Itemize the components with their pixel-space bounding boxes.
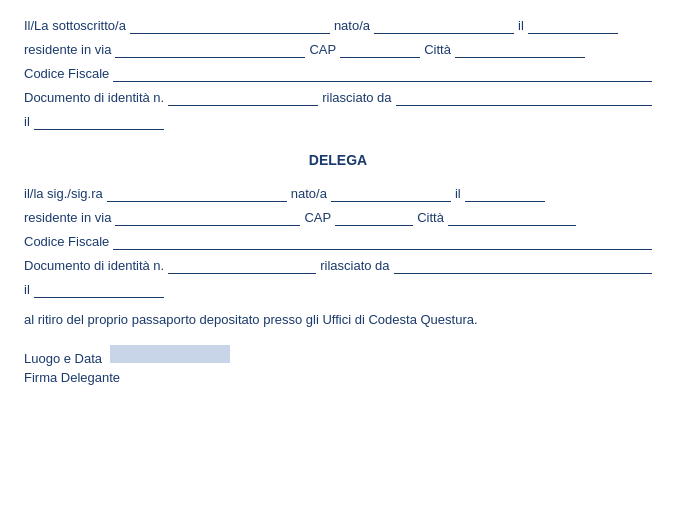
label-sottoscritto: Il/La sottoscritto/a xyxy=(24,18,126,33)
field-delegato-name[interactable] xyxy=(107,186,287,202)
label-citta-1: Città xyxy=(424,42,451,57)
label-rilasciato-2: rilasciato da xyxy=(320,258,389,273)
line-residente-1: residente in via CAP Città xyxy=(24,42,652,58)
field-sottoscritto-il[interactable] xyxy=(528,18,618,34)
field-il-doc-1[interactable] xyxy=(34,114,164,130)
label-citta-2: Città xyxy=(417,210,444,225)
field-via-2[interactable] xyxy=(115,210,300,226)
line-delegato: il/la sig./sig.ra nato/a il xyxy=(24,186,652,202)
line-cf-1: Codice Fiscale xyxy=(24,66,652,82)
line-il-doc-2: il xyxy=(24,282,652,298)
field-il-doc-2[interactable] xyxy=(34,282,164,298)
label-natoa-1: nato/a xyxy=(334,18,370,33)
line-doc-2: Documento di identità n. rilasciato da xyxy=(24,258,652,274)
line-doc-1: Documento di identità n. rilasciato da xyxy=(24,90,652,106)
label-il-2: il xyxy=(455,186,461,201)
label-doc-2: Documento di identità n. xyxy=(24,258,164,273)
label-cap-2: CAP xyxy=(304,210,331,225)
line-residente-2: residente in via CAP Città xyxy=(24,210,652,226)
footer-row-data: Luogo e Data xyxy=(24,345,652,366)
field-cf-2[interactable] xyxy=(113,234,652,250)
field-sottoscritto-name[interactable] xyxy=(130,18,330,34)
line-il-doc-1: il xyxy=(24,114,652,130)
label-residente-2: residente in via xyxy=(24,210,111,225)
label-luogo-data: Luogo e Data xyxy=(24,351,102,366)
field-citta-1[interactable] xyxy=(455,42,585,58)
label-il-1: il xyxy=(518,18,524,33)
line-cf-2: Codice Fiscale xyxy=(24,234,652,250)
field-doc-num-1[interactable] xyxy=(168,90,318,106)
label-il-doc-1: il xyxy=(24,114,30,129)
label-il-doc-2: il xyxy=(24,282,30,297)
label-cap-1: CAP xyxy=(309,42,336,57)
label-cf-2: Codice Fiscale xyxy=(24,234,109,249)
label-firma-delegante: Firma Delegante xyxy=(24,370,120,385)
label-doc-1: Documento di identità n. xyxy=(24,90,164,105)
field-sottoscritto-nato[interactable] xyxy=(374,18,514,34)
label-rilasciato-1: rilasciato da xyxy=(322,90,391,105)
label-sigra: il/la sig./sig.ra xyxy=(24,186,103,201)
field-cf-1[interactable] xyxy=(113,66,652,82)
section-sottoscritto: Il/La sottoscritto/a nato/a il residente… xyxy=(24,18,652,130)
field-via-1[interactable] xyxy=(115,42,305,58)
field-delegato-nato[interactable] xyxy=(331,186,451,202)
footer-section: Luogo e Data Firma Delegante xyxy=(24,345,652,385)
field-rilasciato-1[interactable] xyxy=(396,90,652,106)
field-cap-2[interactable] xyxy=(335,210,413,226)
field-doc-num-2[interactable] xyxy=(168,258,316,274)
signature-date-box xyxy=(110,345,230,363)
field-delegato-il[interactable] xyxy=(465,186,545,202)
delega-title: DELEGA xyxy=(24,152,652,168)
field-cap-1[interactable] xyxy=(340,42,420,58)
field-citta-2[interactable] xyxy=(448,210,576,226)
footer-row-firma: Firma Delegante xyxy=(24,370,652,385)
label-cf-1: Codice Fiscale xyxy=(24,66,109,81)
label-residente-1: residente in via xyxy=(24,42,111,57)
section-delega: il/la sig./sig.ra nato/a il residente in… xyxy=(24,186,652,298)
label-natoa-2: nato/a xyxy=(291,186,327,201)
field-rilasciato-2[interactable] xyxy=(394,258,652,274)
line-sottoscritto: Il/La sottoscritto/a nato/a il xyxy=(24,18,652,34)
description-text: al ritiro del proprio passaporto deposit… xyxy=(24,312,652,327)
